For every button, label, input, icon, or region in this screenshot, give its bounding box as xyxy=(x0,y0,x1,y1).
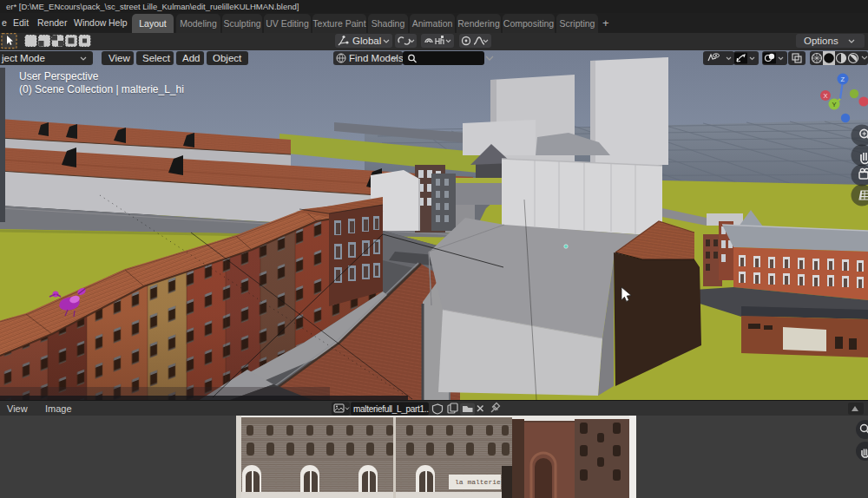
svg-text:Z: Z xyxy=(841,75,845,83)
svg-text:Global: Global xyxy=(352,36,381,46)
svg-text:Object: Object xyxy=(213,53,242,63)
svg-text:Select: Select xyxy=(142,53,171,63)
svg-text:Add: Add xyxy=(182,53,200,63)
svg-text:la malterie: la malterie xyxy=(455,478,501,486)
svg-text:ject Mode: ject Mode xyxy=(1,53,45,63)
svg-text:X: X xyxy=(824,92,828,100)
svg-text:View: View xyxy=(108,53,130,63)
svg-text:malteriefull_L_part1...: malteriefull_L_part1... xyxy=(353,404,431,414)
svg-text:Options: Options xyxy=(804,36,838,46)
svg-text:Y: Y xyxy=(832,101,837,108)
